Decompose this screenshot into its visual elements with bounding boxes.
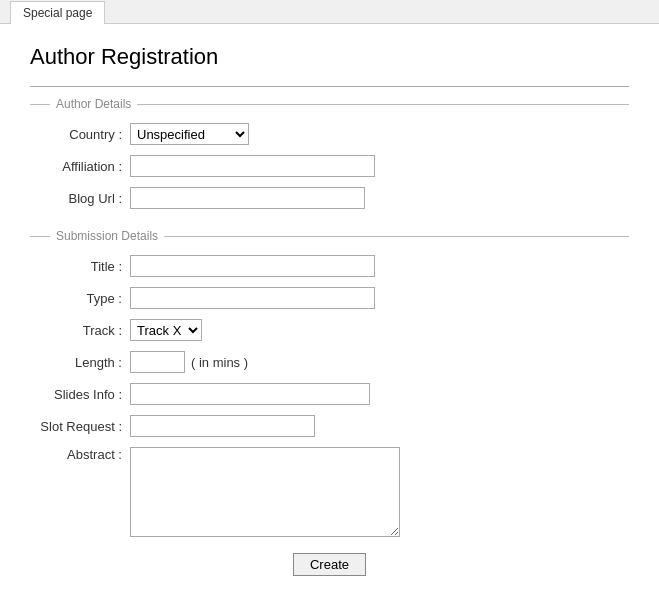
abstract-textarea[interactable] (130, 447, 400, 537)
page-title: Author Registration (30, 44, 629, 70)
abstract-row: Abstract : (30, 447, 629, 537)
type-input[interactable] (130, 287, 375, 309)
track-row: Track : Track X Track A Track B Track C (30, 319, 629, 341)
title-row: Title : (30, 255, 629, 277)
length-row: Length : ( in mins ) (30, 351, 629, 373)
tab-label: Special page (23, 6, 92, 20)
blog-url-label: Blog Url : (30, 191, 130, 206)
affiliation-label: Affiliation : (30, 159, 130, 174)
country-row: Country : Unspecified United States Unit… (30, 123, 629, 145)
type-row: Type : (30, 287, 629, 309)
title-input[interactable] (130, 255, 375, 277)
slides-info-label: Slides Info : (30, 387, 130, 402)
submission-legend-line-left (30, 236, 50, 237)
length-label: Length : (30, 355, 130, 370)
type-label: Type : (30, 291, 130, 306)
create-button[interactable]: Create (293, 553, 366, 576)
special-page-tab[interactable]: Special page (10, 1, 105, 24)
slides-info-row: Slides Info : (30, 383, 629, 405)
length-input[interactable] (130, 351, 185, 373)
slot-request-label: Slot Request : (30, 419, 130, 434)
author-details-legend: Author Details (50, 97, 137, 111)
affiliation-row: Affiliation : (30, 155, 629, 177)
title-divider (30, 86, 629, 87)
legend-line-left (30, 104, 50, 105)
track-select[interactable]: Track X Track A Track B Track C (130, 319, 202, 341)
track-label: Track : (30, 323, 130, 338)
in-mins-label: ( in mins ) (191, 355, 248, 370)
blog-url-input[interactable] (130, 187, 365, 209)
length-input-group: ( in mins ) (130, 351, 248, 373)
submission-legend-line-right (164, 236, 629, 237)
abstract-label: Abstract : (30, 447, 130, 462)
country-label: Country : (30, 127, 130, 142)
slot-request-row: Slot Request : (30, 415, 629, 437)
submission-details-section: Submission Details Title : Type : Track … (30, 229, 629, 576)
blog-url-row: Blog Url : (30, 187, 629, 209)
author-details-legend-row: Author Details (30, 97, 629, 111)
legend-line-right (137, 104, 629, 105)
create-btn-row: Create (30, 553, 629, 576)
country-select[interactable]: Unspecified United States United Kingdom… (130, 123, 249, 145)
slides-info-input[interactable] (130, 383, 370, 405)
title-label: Title : (30, 259, 130, 274)
submission-details-legend-row: Submission Details (30, 229, 629, 243)
slot-request-input[interactable] (130, 415, 315, 437)
affiliation-input[interactable] (130, 155, 375, 177)
submission-details-legend: Submission Details (50, 229, 164, 243)
author-details-section: Author Details Country : Unspecified Uni… (30, 97, 629, 209)
